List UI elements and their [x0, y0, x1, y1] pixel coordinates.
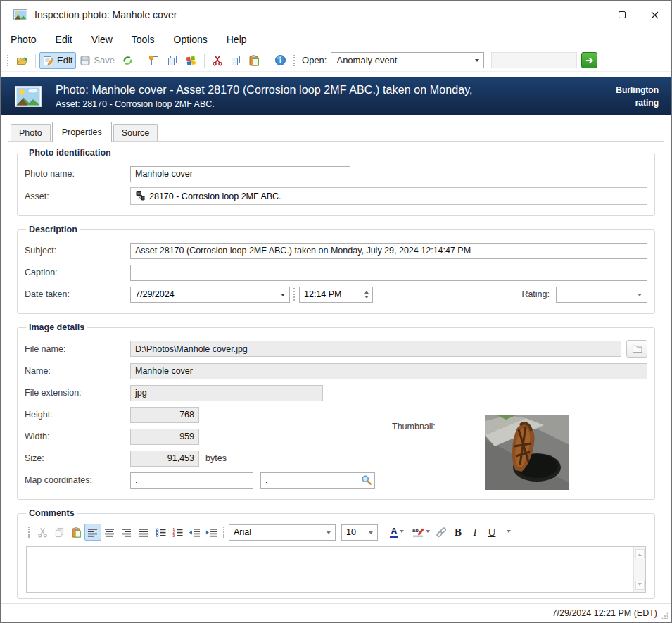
browse-file-button[interactable] — [626, 340, 647, 358]
paste-button[interactable] — [245, 52, 263, 69]
resize-grip[interactable] — [661, 612, 668, 619]
font-name-combobox[interactable]: Arial — [229, 524, 336, 541]
menu-view[interactable]: View — [91, 31, 122, 48]
open-combo-label: Open: — [302, 55, 327, 65]
justify-button[interactable] — [135, 524, 152, 541]
name-input[interactable] — [130, 363, 647, 379]
comments-copy-button[interactable] — [51, 524, 68, 541]
refresh-icon — [122, 55, 134, 66]
close-button[interactable] — [638, 1, 671, 29]
more-options-button[interactable] — [500, 524, 517, 541]
file-name-input[interactable] — [130, 341, 621, 357]
refresh-button[interactable] — [118, 52, 137, 69]
edit-button-label: Edit — [57, 55, 72, 65]
toolbar-grip — [28, 527, 30, 538]
menu-options[interactable]: Options — [174, 31, 217, 48]
decrease-indent-button[interactable] — [186, 524, 203, 541]
map-latitude-input[interactable] — [130, 472, 253, 489]
asset-value: 28170 - Corrosion loop 2MF ABC. — [149, 191, 281, 201]
comments-group: Comments — [17, 508, 655, 599]
align-center-button[interactable] — [101, 524, 118, 541]
scroll-up-icon — [638, 551, 642, 556]
map-search-button[interactable] — [361, 474, 372, 486]
italic-label: I — [474, 527, 477, 539]
align-right-button[interactable] — [118, 524, 135, 541]
size-input[interactable] — [130, 451, 199, 467]
scroll-up-button[interactable] — [635, 549, 645, 558]
comments-scrollbar[interactable] — [633, 547, 645, 592]
subject-row: Subject: — [25, 242, 647, 259]
open-target-combobox[interactable]: Anomaly event — [331, 52, 484, 68]
rating-combobox[interactable] — [556, 287, 647, 303]
comments-cut-button[interactable] — [34, 524, 51, 541]
asset-label: Asset: — [25, 191, 130, 201]
go-button[interactable] — [581, 52, 597, 68]
toolbar-grip — [7, 55, 9, 66]
search-icon — [361, 474, 372, 486]
height-input[interactable] — [130, 407, 199, 423]
title-bar: Inspection photo: Manhole cover — [1, 1, 671, 29]
maximize-button[interactable] — [605, 1, 638, 29]
tab-properties[interactable]: Properties — [52, 122, 112, 142]
subject-input[interactable] — [130, 243, 647, 259]
new-item-button[interactable] — [145, 52, 163, 69]
comments-paste-button[interactable] — [68, 524, 84, 541]
menu-edit[interactable]: Edit — [56, 31, 82, 48]
numbered-list-button[interactable]: 123 — [169, 524, 186, 541]
italic-button[interactable]: I — [467, 524, 483, 541]
font-size-combobox[interactable]: 10 — [341, 524, 378, 541]
map-coordinates-label: Map coordinates: — [25, 475, 130, 485]
spinner-arrows[interactable] — [362, 289, 371, 301]
bullet-list-button[interactable] — [152, 524, 169, 541]
map-longitude-input[interactable] — [260, 472, 375, 489]
file-extension-label: File extension: — [25, 388, 130, 398]
save-button[interactable]: Save — [76, 52, 118, 69]
edit-button[interactable]: Edit — [39, 52, 76, 69]
quick-open-input[interactable] — [491, 52, 577, 68]
name-label: Name: — [25, 366, 130, 376]
width-input[interactable] — [130, 429, 199, 445]
size-unit-label: bytes — [205, 453, 227, 463]
comments-textarea[interactable] — [27, 547, 633, 592]
asset-field[interactable]: 3 28170 - Corrosion loop 2MF ABC. — [130, 187, 647, 205]
duplicate-button[interactable] — [163, 52, 182, 69]
scroll-down-button[interactable] — [635, 581, 645, 590]
photo-name-input[interactable] — [130, 166, 350, 182]
time-taken-value: 12:14 PM — [304, 289, 342, 299]
caption-label: Caption: — [25, 268, 130, 277]
cut-button[interactable] — [208, 52, 227, 69]
font-color-button[interactable]: A — [385, 524, 409, 541]
open-photo-button[interactable] — [13, 52, 32, 69]
thumbnail-image — [485, 413, 569, 493]
size-label: Size: — [25, 453, 130, 463]
record-header: Photo: Manhole cover - Asset 28170 (Corr… — [1, 77, 671, 115]
date-taken-value: 7/29/2024 — [135, 289, 175, 299]
align-center-icon — [105, 528, 115, 537]
align-left-button[interactable] — [84, 524, 101, 541]
menu-photo[interactable]: Photo — [11, 31, 46, 48]
copy-button[interactable] — [227, 52, 245, 69]
highlight-color-button[interactable]: ab — [409, 524, 433, 541]
outdent-icon — [189, 528, 200, 537]
tab-source[interactable]: Source — [113, 124, 158, 141]
tab-photo[interactable]: Photo — [11, 124, 51, 141]
date-taken-picker[interactable]: 7/29/2024 — [130, 287, 290, 303]
caption-input[interactable] — [130, 265, 647, 281]
scroll-down-icon — [638, 583, 642, 588]
underline-label: U — [488, 527, 496, 539]
align-left-icon — [88, 528, 98, 537]
menu-tools[interactable]: Tools — [132, 31, 164, 48]
go-arrow-icon — [585, 56, 594, 65]
increase-indent-button[interactable] — [203, 524, 220, 541]
info-button[interactable] — [271, 51, 290, 69]
windows-app-button[interactable] — [182, 52, 201, 69]
menu-help[interactable]: Help — [227, 31, 256, 48]
thumbnail-label: Thumbnail: — [392, 422, 436, 432]
minimize-button[interactable] — [572, 1, 605, 29]
bold-button[interactable]: B — [450, 524, 467, 541]
rating-scale-line1: Burlington — [616, 84, 659, 96]
underline-button[interactable]: U — [483, 524, 500, 541]
file-extension-input[interactable] — [130, 385, 323, 401]
hyperlink-button[interactable] — [433, 524, 450, 541]
time-taken-spinner[interactable]: 12:14 PM — [299, 287, 373, 303]
